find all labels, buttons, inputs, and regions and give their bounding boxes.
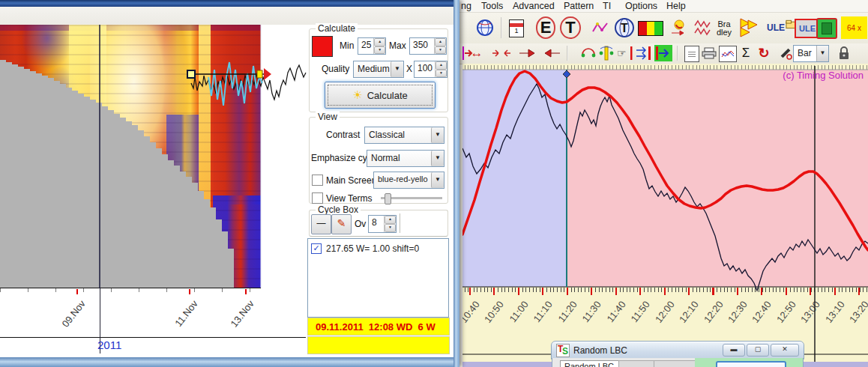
- menu-item-help[interactable]: Help: [666, 1, 686, 11]
- spectrogram-heatmap[interactable]: [0, 25, 261, 288]
- chevron-down-icon: ▼: [431, 127, 444, 143]
- view-terms-slider[interactable]: [381, 197, 442, 200]
- price-chart-panel[interactable]: 10:40 10:50 11:00 11:10 11:20 11:30 11:4…: [462, 64, 868, 367]
- arrows-to-line-icon[interactable]: [635, 45, 654, 61]
- calculate-group: Calculate Min 25▲▼ Max 350▲▼ Quality Med…: [309, 28, 448, 112]
- color-bar-icon[interactable]: [638, 21, 663, 36]
- sun-arrow-icon[interactable]: [669, 18, 689, 37]
- flags-icon[interactable]: [738, 16, 761, 39]
- printer-icon[interactable]: [701, 46, 717, 60]
- status-bar-empty: [307, 336, 450, 354]
- overtones-spinner[interactable]: 8▲▼: [368, 215, 397, 233]
- toolbar-bottom: ↔ ☞ Σ ↻ Bar ▼: [446, 43, 868, 64]
- bradley-icon[interactable]: Bra dley: [713, 17, 735, 40]
- x-spinner[interactable]: 100▲▼: [414, 61, 447, 78]
- palette-dropdown[interactable]: blue-red-yello▼: [373, 172, 444, 189]
- ule-folder-icon[interactable]: ULE: [767, 17, 797, 38]
- window-border-bottom[interactable]: [0, 357, 453, 367]
- menu-item-ti[interactable]: TI: [603, 1, 611, 11]
- chart-region-projection: [567, 70, 868, 287]
- window-border-right[interactable]: [453, 0, 459, 367]
- globe-icon[interactable]: [475, 18, 495, 37]
- slider-thumb[interactable]: [385, 193, 391, 204]
- window-title: Random LBC: [573, 345, 627, 356]
- svg-text:T: T: [621, 22, 628, 34]
- minimize-button[interactable]: ▬: [723, 344, 745, 357]
- cycle-list[interactable]: ✓ 217.65 W= 1.00 shift=0: [307, 238, 449, 318]
- spin-up-icon: ▲: [435, 61, 447, 70]
- edit-cycle-button[interactable]: ✎: [331, 214, 352, 234]
- quality-dropdown[interactable]: Medium▼: [353, 61, 404, 78]
- restore-button[interactable]: ▢: [747, 344, 769, 357]
- tab-random-lbc[interactable]: Random LBC: [560, 360, 624, 367]
- arrow-into-green-icon[interactable]: [654, 45, 672, 61]
- zigzag-red-icon[interactable]: [693, 18, 713, 37]
- partial-button[interactable]: [716, 361, 786, 367]
- calculate-button[interactable]: ☀ Calculate: [325, 82, 435, 109]
- pencil-icon: ✎: [337, 217, 346, 229]
- year-label: 2011: [97, 339, 121, 351]
- random-lbc-window: T S Random LBC ▬ ▢ ✕ Random LBC: [551, 341, 803, 367]
- menu-item-pattern[interactable]: Pattern: [564, 1, 594, 11]
- spin-up-icon: ▲: [374, 38, 385, 46]
- ts-logo-icon: T S: [556, 344, 570, 357]
- arrow-left-icon[interactable]: [543, 46, 561, 61]
- collapse-arrows-icon[interactable]: [491, 46, 512, 61]
- lock-icon[interactable]: [837, 45, 852, 61]
- spectrum-window-header: [0, 7, 453, 25]
- remove-cycle-button[interactable]: —: [311, 214, 331, 234]
- bar-style-dropdown[interactable]: Bar ▼: [793, 45, 829, 62]
- spin-up-icon: ▲: [435, 38, 446, 46]
- menu-item-advanced[interactable]: Advanced: [513, 1, 555, 11]
- settings-tool-icon[interactable]: [777, 45, 794, 61]
- menu-item-tools[interactable]: Tools: [481, 1, 503, 11]
- toolbar-top: 1 E T T Bra dley ULE ULE 64 x: [446, 13, 868, 44]
- spectrum-window-titlebar[interactable]: [0, 0, 459, 7]
- view-terms-checkbox[interactable]: [312, 192, 323, 204]
- random-lbc-titlebar[interactable]: T S Random LBC ▬ ▢ ✕: [551, 341, 804, 360]
- arrow-right-icon[interactable]: [518, 46, 536, 61]
- document-icon[interactable]: [684, 46, 699, 62]
- contrast-dropdown[interactable]: Classical▼: [364, 127, 444, 144]
- globe-t-icon[interactable]: T: [613, 16, 636, 39]
- min-spinner[interactable]: 25▲▼: [358, 37, 386, 55]
- max-spinner[interactable]: 350▲▼: [409, 37, 447, 55]
- copyright-label: (c) Timing Solution: [783, 70, 864, 81]
- expand-arrows-icon[interactable]: ↔: [467, 46, 486, 61]
- green-book-icon[interactable]: [816, 18, 837, 39]
- mirror-icon[interactable]: [597, 45, 615, 61]
- color-swatch[interactable]: [312, 36, 333, 57]
- svg-text:☞: ☞: [617, 47, 627, 59]
- close-button[interactable]: ✕: [771, 344, 799, 357]
- emphasize-cycles-dropdown[interactable]: Normal▼: [367, 150, 444, 167]
- screenshot-root: { "menu": {"items": ["ng", "Tools", "Adv…: [0, 0, 868, 367]
- refresh-icon[interactable]: ↻: [756, 45, 772, 61]
- spin-up-icon: ▲: [385, 216, 396, 224]
- toolbar-separator: [567, 46, 568, 61]
- arc-dots-icon[interactable]: [579, 46, 597, 61]
- cycle-list-item[interactable]: ✓ 217.65 W= 1.00 shift=0: [311, 242, 445, 255]
- sigma-icon[interactable]: Σ: [738, 45, 753, 61]
- time-axis-labels: 10:40 10:50 11:00 11:10 11:20 11:30 11:4…: [462, 296, 868, 341]
- menu-bar: ng Tools Advanced Pattern TI Options Hel…: [446, 0, 868, 13]
- grid-cell: [654, 360, 696, 367]
- divider: [400, 213, 400, 233]
- chart-icon[interactable]: [719, 46, 737, 62]
- badge-64x[interactable]: 64 x: [841, 16, 867, 39]
- eclipse-e-icon[interactable]: E: [533, 16, 558, 39]
- menu-item-options[interactable]: Options: [625, 1, 657, 11]
- cycle-box-group: Cycle Box — ✎ Ov 8▲▼: [309, 210, 448, 237]
- transit-t-icon[interactable]: T: [558, 16, 583, 39]
- chevron-down-icon: ▼: [391, 61, 403, 77]
- spin-down-icon: ▼: [374, 46, 385, 55]
- cycle-checkbox-checked[interactable]: ✓: [311, 243, 322, 254]
- main-screen-checkbox[interactable]: [312, 175, 323, 186]
- hand-pointer-icon[interactable]: ☞: [615, 45, 635, 61]
- zigzag-pink-icon[interactable]: [591, 19, 609, 36]
- axis-divider-line: [0, 337, 306, 338]
- time-axis-major-ticks: [462, 288, 868, 295]
- calendar-icon[interactable]: 1: [509, 19, 524, 37]
- menu-item-charting-partial[interactable]: ng: [461, 1, 471, 11]
- chart-region-past: [462, 70, 567, 287]
- chevron-down-icon: ▼: [431, 151, 444, 166]
